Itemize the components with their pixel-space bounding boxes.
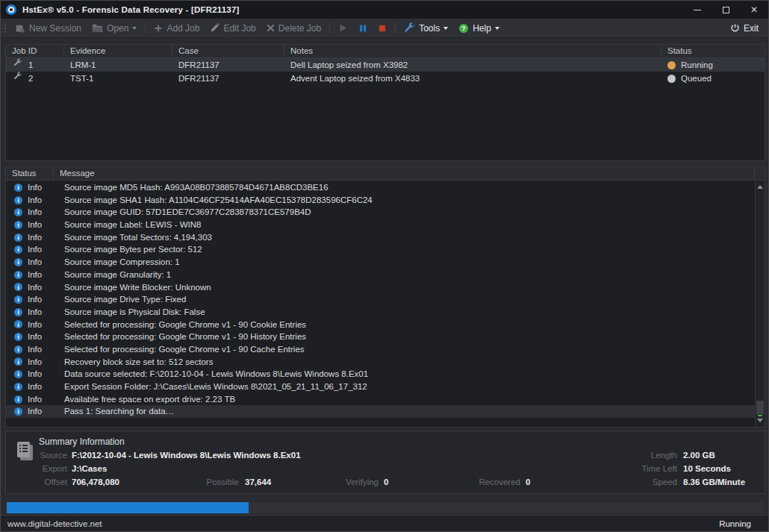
log-status-cell: iInfo (6, 343, 54, 356)
log-row[interactable]: iInfoSource image Total Sectors: 4,194,3… (6, 231, 755, 244)
log-col-message[interactable]: Message (54, 167, 755, 180)
log-row[interactable]: iInfoData source selected: F:\2012-10-04… (6, 368, 755, 381)
export-label: Export (15, 464, 67, 473)
status-dot-icon (667, 61, 676, 69)
length-value: 2.00 GB (683, 451, 715, 460)
log-row[interactable]: iInfoAvailable free space on export driv… (6, 393, 755, 406)
help-button[interactable]: ? Help (453, 19, 505, 37)
edit-job-button[interactable]: Edit Job (205, 19, 261, 37)
open-button[interactable]: Open (87, 19, 142, 37)
recovered-value: 0 (526, 478, 530, 486)
scroll-down-arrow-icon[interactable] (756, 416, 765, 425)
app-window: HstEx® v5.0 - Forensic Data Recovery - [… (0, 0, 769, 532)
log-status-cell: iInfo (6, 331, 54, 343)
log-row[interactable]: iInfoSource image Bytes per Sector: 512 (6, 243, 755, 256)
scrollbar-thumb[interactable] (756, 401, 764, 414)
log-message-cell: Source image Granularity: 1 (54, 269, 755, 281)
log-row[interactable]: iInfoPass 1: Searching for data… (6, 405, 755, 418)
pause-icon (358, 24, 367, 33)
log-panel: Status Message iInfoSource image MD5 Has… (5, 166, 765, 428)
info-icon: i (14, 221, 22, 229)
case-cell: DFR21137 (172, 72, 284, 85)
job-row[interactable]: 1LRM-1DFR21137Dell Laptop seized from X3… (6, 58, 765, 72)
tools-button[interactable]: Tools (399, 19, 453, 37)
stop-button[interactable] (373, 19, 392, 37)
close-button[interactable]: ✕ (740, 1, 768, 19)
jobs-table-header: Job ID Evidence Case Notes Status (6, 45, 765, 58)
wrench-icon (13, 72, 22, 85)
jobs-col-evidence[interactable]: Evidence (64, 45, 172, 57)
new-session-button[interactable]: New Session (10, 19, 87, 37)
log-row[interactable]: iInfoRecovery block size set to: 512 sec… (6, 356, 755, 369)
offset-value: 706,478,080 (72, 478, 119, 486)
jobs-panel: Job ID Evidence Case Notes Status 1LRM-1… (5, 44, 765, 161)
delete-job-button[interactable]: Delete Job (261, 19, 326, 37)
info-icon: i (14, 345, 22, 354)
progress-bar-fill (7, 502, 249, 513)
log-row[interactable]: iInfoExport Session Folder: J:\Cases\Lew… (6, 381, 755, 393)
log-message-cell: Source image MD5 Hash: A993A08B073885784… (54, 181, 755, 194)
log-col-status[interactable]: Status (6, 167, 54, 180)
status-bar-state: Running (719, 519, 762, 528)
log-status-cell: iInfo (6, 393, 54, 406)
log-status-cell: iInfo (6, 319, 54, 331)
log-table-header: Status Message (6, 167, 765, 181)
log-row[interactable]: iInfoSource image Label: LEWIS - WIN8 (6, 219, 755, 231)
log-row[interactable]: iInfoSource image SHA1 Hash: A1104C46CF2… (6, 194, 755, 207)
jobs-col-status[interactable]: Status (661, 45, 765, 57)
log-message-cell: Source image Compression: 1 (54, 256, 755, 269)
log-status-cell: iInfo (6, 293, 54, 306)
log-message-cell: Source image SHA1 Hash: A1104C46CF25414A… (54, 194, 755, 207)
maximize-icon (723, 7, 729, 13)
jobs-col-case[interactable]: Case (172, 45, 284, 57)
jobs-col-job-id[interactable]: Job ID (6, 45, 64, 57)
log-row[interactable]: iInfoSource image Granularity: 1 (6, 269, 755, 281)
info-icon: i (14, 208, 22, 216)
info-icon: i (14, 357, 22, 366)
log-message-cell: Selected for processing: Google Chrome v… (54, 319, 755, 331)
add-job-button[interactable]: Add Job (149, 19, 205, 37)
log-status-cell: iInfo (6, 281, 54, 294)
toolbar-grip[interactable] (4, 25, 6, 32)
log-row[interactable]: iInfoSource image Drive Type: Fixed (6, 293, 755, 306)
open-dropdown-caret (132, 27, 137, 30)
window-title: HstEx® v5.0 - Forensic Data Recovery - [… (22, 5, 240, 14)
toolbar-separator (329, 22, 330, 34)
log-status-cell: iInfo (6, 368, 54, 381)
log-status-cell: iInfo (6, 181, 54, 194)
log-row[interactable]: iInfoSource image is Physical Disk: Fals… (6, 306, 755, 319)
toolbar: New Session Open Add Job Edit Job Delete… (1, 19, 768, 38)
log-status-cell: iInfo (6, 405, 54, 418)
case-cell: DFR21137 (172, 58, 284, 72)
log-row[interactable]: iInfoSource image Compression: 1 (6, 256, 755, 269)
status-dot-icon (667, 75, 676, 83)
minimize-button[interactable] (683, 1, 712, 19)
log-message-cell: Recovery block size set to: 512 sectors (54, 356, 755, 369)
help-dropdown-caret (495, 27, 499, 30)
stop-icon (378, 24, 387, 33)
info-icon: i (14, 283, 22, 291)
info-icon: i (14, 184, 22, 192)
info-icon: i (14, 234, 22, 242)
scroll-up-arrow-icon[interactable] (756, 182, 765, 192)
start-button[interactable] (333, 19, 353, 37)
log-row[interactable]: iInfoSource image GUID: 57D1EDE7C36977C2… (6, 206, 755, 219)
log-row[interactable]: iInfoSelected for processing: Google Chr… (6, 319, 755, 331)
new-session-icon (15, 23, 25, 34)
log-message-cell: Source image Write Blocker: Unknown (54, 281, 755, 294)
close-icon: ✕ (750, 5, 758, 14)
info-icon: i (14, 320, 22, 328)
log-row[interactable]: iInfoSelected for processing: Google Chr… (6, 343, 755, 356)
log-row[interactable]: iInfoSource image MD5 Hash: A993A08B0738… (6, 181, 755, 194)
svg-text:?: ? (462, 25, 466, 32)
maximize-button[interactable] (712, 1, 740, 19)
log-scrollbar[interactable] (755, 181, 765, 426)
exit-button[interactable]: Exit (725, 23, 764, 34)
pencil-icon (210, 23, 220, 33)
job-row[interactable]: 2TST-1DFR21137Advent Laptop seized from … (6, 72, 765, 85)
log-row[interactable]: iInfoSource image Write Blocker: Unknown (6, 281, 755, 294)
jobs-col-notes[interactable]: Notes (284, 45, 661, 57)
pause-button[interactable] (353, 19, 373, 37)
offset-label: Offset (15, 478, 67, 486)
log-row[interactable]: iInfoSelected for processing: Google Chr… (6, 331, 755, 343)
